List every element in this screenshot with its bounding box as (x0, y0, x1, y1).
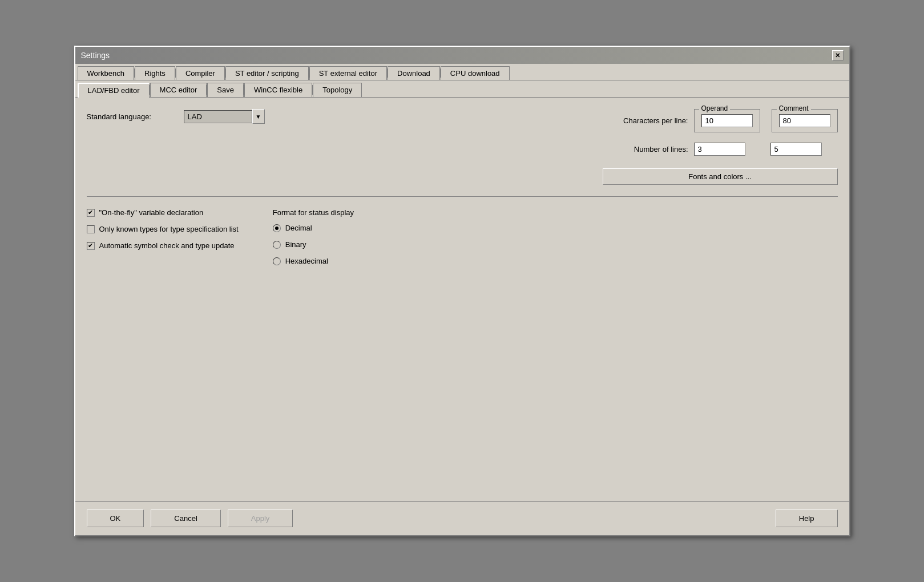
tab-st-editor[interactable]: ST editor / scripting (225, 66, 309, 80)
checkbox-row-3: ✔ Automatic symbol check and type update (87, 241, 239, 250)
radio-binary-label: Binary (285, 240, 306, 249)
chars-per-line-label: Characters per line: (603, 116, 688, 125)
radio-decimal-label: Decimal (285, 224, 312, 232)
num-lines-row: Number of lines: (603, 143, 838, 156)
checkbox-row-1: ✔ "On-the-fly" variable declaration (87, 208, 239, 217)
format-label: Format for status display (273, 208, 354, 217)
tab-compiler[interactable]: Compiler (176, 66, 225, 80)
radio-row-hex: Hexadecimal (273, 257, 354, 265)
comment-fieldset-chars: Comment (772, 109, 838, 132)
tab-mcc-editor[interactable]: MCC editor (150, 83, 207, 97)
radio-binary[interactable] (273, 241, 281, 249)
chars-inputs: Operand Comment (694, 109, 838, 132)
radio-decimal[interactable] (273, 224, 281, 232)
radio-section: Format for status display Decimal Binary… (273, 208, 354, 273)
spacer (300, 510, 768, 527)
tab-download[interactable]: Download (388, 66, 440, 80)
tabs-row-1: Workbench Rights Compiler ST editor / sc… (75, 64, 849, 80)
apply-button[interactable]: Apply (228, 510, 293, 527)
chars-operand-input[interactable] (701, 114, 753, 127)
language-dropdown-btn[interactable]: ▼ (252, 109, 265, 124)
tab-st-external[interactable]: ST external editor (309, 66, 387, 80)
radio-hex-label: Hexadecimal (285, 257, 328, 265)
lines-operand-wrapper (694, 143, 759, 156)
fonts-section: Fonts and colors ... (603, 168, 838, 185)
ok-button[interactable]: OK (87, 510, 144, 527)
top-section: Standard language: ▼ Characters per line… (75, 98, 849, 191)
num-lines-label: Number of lines: (603, 145, 688, 153)
language-select-wrapper: ▼ (184, 109, 265, 124)
title-bar: Settings ✕ (75, 47, 849, 64)
standard-language-label: Standard language: (87, 112, 178, 121)
checkbox-1[interactable]: ✔ (87, 209, 95, 217)
language-section: Standard language: ▼ (87, 109, 265, 124)
tab-topology[interactable]: Topology (313, 83, 362, 97)
right-top-section: Characters per line: Operand Comment (603, 109, 838, 185)
fonts-colors-button[interactable]: Fonts and colors ... (603, 168, 838, 185)
checkboxes-section: ✔ "On-the-fly" variable declaration Only… (87, 208, 239, 273)
checkbox-3-label: Automatic symbol check and type update (99, 241, 235, 250)
comment-legend: Comment (777, 104, 811, 112)
chars-per-line-row: Characters per line: Operand Comment (603, 109, 838, 132)
radio-row-decimal: Decimal (273, 224, 354, 232)
radio-row-binary: Binary (273, 240, 354, 249)
radio-hex[interactable] (273, 257, 281, 265)
tab-cpu-download[interactable]: CPU download (441, 66, 510, 80)
checkbox-1-label: "On-the-fly" variable declaration (99, 208, 204, 217)
checkbox-2[interactable] (87, 225, 95, 233)
lines-operand-input[interactable] (694, 143, 745, 156)
cancel-button[interactable]: Cancel (151, 510, 220, 527)
tab-lad-fbd[interactable]: LAD/FBD editor (78, 83, 150, 98)
button-bar: OK Cancel Apply Help (75, 501, 849, 535)
help-button[interactable]: Help (776, 510, 838, 527)
bottom-options: ✔ "On-the-fly" variable declaration Only… (75, 203, 849, 285)
tab-workbench[interactable]: Workbench (78, 66, 135, 80)
divider (87, 196, 838, 197)
tabs-row-2: LAD/FBD editor MCC editor Save WinCC fle… (75, 80, 849, 97)
lines-comment-input[interactable] (770, 143, 822, 156)
tab-save[interactable]: Save (207, 83, 244, 97)
tab-rights[interactable]: Rights (135, 66, 175, 80)
lines-inputs (694, 143, 836, 156)
checkbox-row-2: Only known types for type specification … (87, 225, 239, 233)
language-field[interactable] (184, 110, 252, 123)
radio-dot-decimal (275, 227, 279, 230)
operand-legend: Operand (699, 104, 731, 112)
lines-comment-wrapper (770, 143, 836, 156)
tab-wincc[interactable]: WinCC flexible (244, 83, 312, 97)
tabs-area: Workbench Rights Compiler ST editor / sc… (75, 64, 849, 98)
dialog-title: Settings (81, 51, 110, 60)
chars-comment-input[interactable] (779, 114, 830, 127)
close-button[interactable]: ✕ (832, 50, 844, 60)
settings-dialog: Settings ✕ Workbench Rights Compiler ST … (74, 46, 850, 536)
operand-fieldset-chars: Operand (694, 109, 760, 132)
checkbox-2-label: Only known types for type specification … (99, 225, 239, 233)
checkbox-3[interactable]: ✔ (87, 242, 95, 250)
